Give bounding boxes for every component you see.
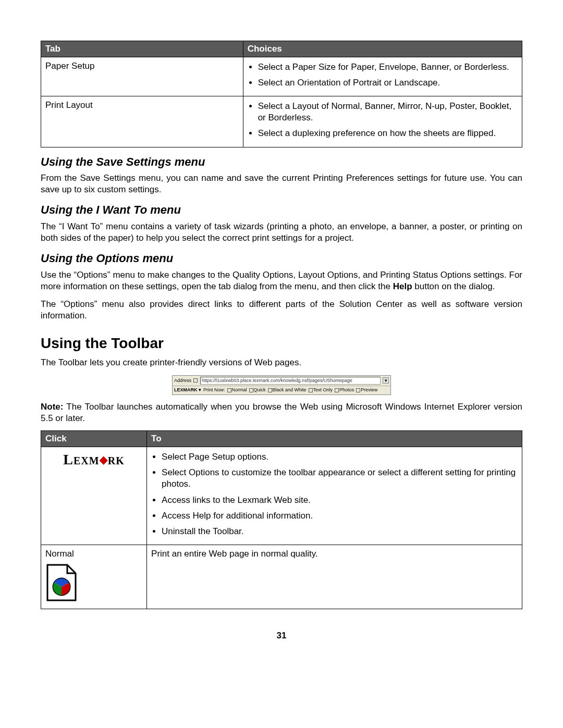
cell-tab: Print Layout bbox=[41, 96, 243, 147]
body-options-1-bold: Help bbox=[393, 281, 412, 291]
to-item: Access links to the Lexmark Web site. bbox=[162, 495, 518, 506]
body-options-1: Use the “Options” menu to make changes t… bbox=[41, 269, 522, 292]
th-tab: Tab bbox=[41, 41, 243, 57]
dropdown-icon: ▾ bbox=[383, 377, 389, 384]
th-to: To bbox=[147, 431, 522, 447]
toolbar-figure: Address https://l1uslxwb03.place.lexmark… bbox=[172, 375, 391, 395]
toolbar-buttons-row: LEXMARK ▾ Print Now: Normal Quick Black … bbox=[173, 386, 390, 394]
table-row: Print Layout Select a Layout of Normal, … bbox=[41, 96, 522, 147]
cell-to: Select Page Setup options. Select Option… bbox=[147, 447, 522, 545]
body-options-1-post: button on the dialog. bbox=[412, 281, 495, 291]
cell-choices: Select a Layout of Normal, Banner, Mirro… bbox=[243, 96, 522, 147]
address-url: https://l1uslxwb03.place.lexmark.com/kno… bbox=[200, 377, 381, 385]
to-item: Select Page Setup options. bbox=[162, 451, 518, 463]
page-icon bbox=[193, 378, 198, 382]
bw-icon bbox=[268, 388, 272, 392]
normal-label: Normal bbox=[45, 548, 142, 560]
cell-tab: Paper Setup bbox=[41, 57, 243, 96]
choice-item: Select a Layout of Normal, Banner, Mirro… bbox=[258, 101, 518, 124]
th-click: Click bbox=[41, 431, 147, 447]
toolbar-item: Text Only bbox=[309, 387, 333, 393]
to-item: Uninstall the Toolbar. bbox=[162, 526, 518, 537]
to-item: Select Options to customize the toolbar … bbox=[162, 467, 518, 490]
diamond-icon: ◆ bbox=[100, 453, 108, 466]
toolbar-note: Note: The Toolbar launches automatically… bbox=[41, 401, 522, 424]
table-row: Normal Print an bbox=[41, 545, 522, 609]
toolbar-item: Preview bbox=[356, 387, 377, 393]
note-body: The Toolbar launches automatically when … bbox=[41, 402, 522, 423]
click-to-table: Click To Lexm◆rk Select Page Setup optio… bbox=[41, 430, 522, 609]
toolbar-brand: LEXMARK ▾ bbox=[174, 387, 201, 393]
choice-item: Select a duplexing preference on how the… bbox=[258, 128, 518, 139]
normal-document-icon bbox=[45, 563, 78, 606]
body-options-2: The “Options” menu also provides direct … bbox=[41, 299, 522, 322]
th-choices: Choices bbox=[243, 41, 522, 57]
text-only-icon bbox=[309, 388, 313, 392]
heading-toolbar: Using the Toolbar bbox=[41, 334, 522, 353]
note-label: Note: bbox=[41, 402, 63, 412]
page-number: 31 bbox=[41, 630, 522, 641]
tab-choices-table: Tab Choices Paper Setup Select a Paper S… bbox=[41, 41, 522, 147]
print-now-label: Print Now: bbox=[203, 387, 225, 393]
choice-item: Select an Orientation of Portrait or Lan… bbox=[258, 77, 518, 89]
heading-options: Using the Options menu bbox=[41, 251, 522, 266]
address-label: Address bbox=[174, 378, 191, 384]
toolbar-item: Normal bbox=[227, 387, 247, 393]
quick-icon bbox=[249, 388, 253, 392]
table-row: Paper Setup Select a Paper Size for Pape… bbox=[41, 57, 522, 96]
cell-click-normal: Normal bbox=[41, 545, 147, 609]
body-i-want-to: The “I Want To” menu contains a variety … bbox=[41, 221, 522, 244]
heading-i-want-to: Using the I Want To menu bbox=[41, 203, 522, 218]
toolbar-item: Black and White bbox=[268, 387, 307, 393]
toolbar-item: Quick bbox=[249, 387, 266, 393]
preview-icon bbox=[356, 388, 360, 392]
toolbar-item: Photos bbox=[335, 387, 354, 393]
table-row: Lexm◆rk Select Page Setup options. Selec… bbox=[41, 447, 522, 545]
body-toolbar: The Toolbar lets you create printer-frie… bbox=[41, 357, 522, 368]
cell-click-lexmark: Lexm◆rk bbox=[41, 447, 147, 545]
toolbar-address-row: Address https://l1uslxwb03.place.lexmark… bbox=[173, 376, 390, 387]
normal-icon bbox=[227, 388, 231, 392]
body-save-settings: From the Save Settings menu, you can nam… bbox=[41, 172, 522, 195]
heading-save-settings: Using the Save Settings menu bbox=[41, 155, 522, 170]
cell-choices: Select a Paper Size for Paper, Envelope,… bbox=[243, 57, 522, 96]
choice-item: Select a Paper Size for Paper, Envelope,… bbox=[258, 61, 518, 73]
to-item: Access Help for additional information. bbox=[162, 510, 518, 522]
cell-to: Print an entire Web page in normal quali… bbox=[147, 545, 522, 609]
lexmark-logo: Lexm◆rk bbox=[45, 450, 142, 469]
photos-icon bbox=[335, 388, 339, 392]
